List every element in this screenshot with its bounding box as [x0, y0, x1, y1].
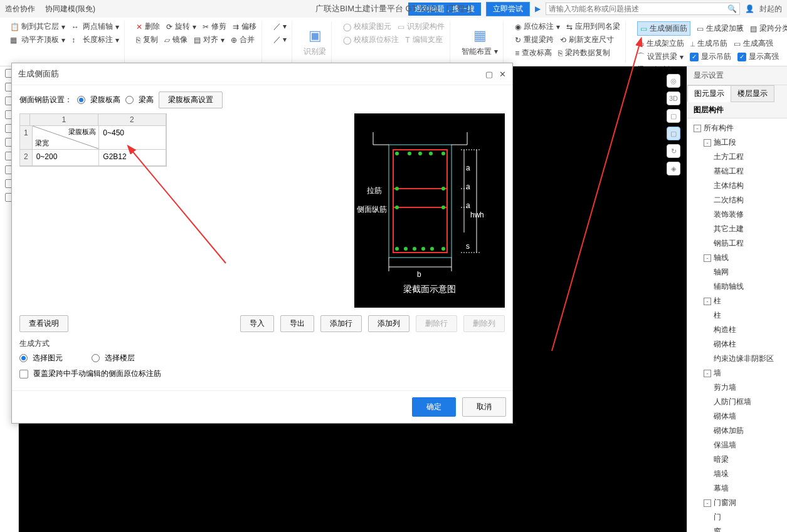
span-data-copy[interactable]: ⎘梁跨数据复制 [558, 48, 610, 58]
gen-frame-rebar[interactable]: ▭生成架立筋 [637, 38, 684, 49]
svg-point-17 [441, 206, 445, 209]
length-annotation[interactable]: ↕长度标注 ▾ [71, 34, 119, 45]
gen-side-rebar[interactable]: ▭生成侧面筋 [637, 21, 690, 36]
tree-item[interactable]: 砌体柱 [687, 337, 787, 352]
smart-layout-icon[interactable]: ▦ [473, 28, 487, 44]
add-row-button[interactable]: 添加行 [320, 315, 362, 332]
view-3d-icon[interactable]: 3D [667, 91, 680, 105]
re-extract-span[interactable]: ↻重提梁跨 [515, 34, 554, 45]
tree-item[interactable]: 墙垛 [687, 467, 787, 481]
tree-item[interactable]: 基础工程 [687, 164, 787, 179]
tree-item[interactable]: 构造柱 [687, 323, 787, 337]
view-top-icon[interactable]: ▢ [667, 109, 680, 123]
tree-item[interactable]: 剪力墙 [687, 380, 787, 395]
tree-item[interactable]: 人防门框墙 [687, 395, 787, 409]
tree-item[interactable]: 柱 [687, 308, 787, 323]
apply-same-beam[interactable]: ⇆应用到同名梁 [566, 21, 620, 32]
two-point-aux-axis[interactable]: ↔两点辅轴 ▾ [71, 21, 119, 32]
tree-item[interactable]: 轴网 [687, 265, 787, 279]
gen-beam-haunch[interactable]: ▭生成梁加腋 [697, 23, 744, 34]
copy-button[interactable]: ⎘复制 [136, 34, 158, 45]
import-button[interactable]: 导入 [240, 315, 274, 332]
tree-item[interactable]: 窗 [687, 524, 787, 532]
copy-to-floor[interactable]: 📋制到其它层 ▾ [10, 21, 65, 32]
show-high-strength[interactable]: ✓显示高强 [737, 51, 779, 62]
tree-item[interactable]: 钢筋工程 [687, 236, 787, 251]
gen-high-strength[interactable]: ▭生成高强 [734, 38, 773, 49]
tree-item[interactable]: 幕墙 [687, 481, 787, 496]
tree-item[interactable]: 砌体加筋 [687, 424, 787, 438]
cell-r2c1[interactable]: 0~200 [33, 150, 100, 166]
overwrite-checkbox[interactable] [19, 370, 28, 378]
tree-item[interactable]: -门窗洞 [687, 496, 787, 510]
tab-floor-display[interactable]: 楼层显示 [731, 85, 774, 102]
tree-item[interactable]: -所有构件 [687, 121, 787, 135]
tree-item[interactable]: 主体结构 [687, 179, 787, 193]
tree-item[interactable]: 砌体墙 [687, 409, 787, 424]
radio-beam-height[interactable] [125, 96, 134, 104]
mirror-button[interactable]: ▱镜像 [164, 34, 188, 45]
line-tool-2[interactable]: ／ ▾ [273, 34, 287, 45]
offset-button[interactable]: ⇉偏移 [233, 21, 256, 32]
search-icon[interactable]: 🔍 [727, 4, 737, 13]
tree-item[interactable]: 门 [687, 510, 787, 524]
view-compass-icon[interactable]: ◎ [667, 74, 680, 88]
readme-button[interactable]: 查看说明 [19, 315, 68, 332]
tree-item[interactable]: 装饰装修 [687, 207, 787, 222]
line-tool[interactable]: ／ ▾ [273, 21, 287, 32]
add-col-button[interactable]: 添加列 [368, 315, 409, 332]
ok-button[interactable]: 确定 [412, 397, 456, 417]
tree-item[interactable]: 保温墙 [687, 438, 787, 452]
align-button[interactable]: ▤对齐 ▾ [194, 34, 224, 45]
tree-item[interactable]: 土方工程 [687, 150, 787, 164]
svg-point-9 [395, 152, 399, 155]
smart-layout[interactable]: 智能布置 ▾ [462, 46, 498, 57]
delete-button[interactable]: ✕删除 [136, 21, 160, 32]
origin-annot[interactable]: ◉原位标注 ▾ [515, 21, 560, 32]
search-box[interactable]: 🔍 [546, 3, 740, 15]
beam-span-classify[interactable]: ▤梁跨分类 [750, 23, 787, 34]
check-elevation[interactable]: ≡查改标高 [515, 48, 552, 58]
view-persp-icon[interactable]: ▢ [667, 127, 680, 140]
view-rotate-icon[interactable]: ↻ [667, 144, 680, 158]
tree-item[interactable]: 二次结构 [687, 193, 787, 207]
tree-item[interactable]: -轴线 [687, 251, 787, 265]
tree-item[interactable]: -柱 [687, 294, 787, 308]
show-hanger-rebar[interactable]: ✓显示吊筋 [690, 51, 731, 62]
rebar-grid[interactable]: 1 2 1 梁腹板高 梁宽 0~450 2 0~200 [19, 113, 167, 167]
cancel-button[interactable]: 取消 [462, 397, 506, 417]
tree-item[interactable]: 暗梁 [687, 452, 787, 467]
rotate-button[interactable]: ⟳旋转 ▾ [166, 21, 196, 32]
svg-point-14 [395, 187, 399, 190]
auto-align-top[interactable]: ▦动平齐顶板 ▾ [10, 34, 65, 45]
search-input[interactable] [549, 4, 727, 13]
try-now-button[interactable]: 立即尝试 [486, 2, 530, 16]
web-height-settings-button[interactable]: 梁腹板高设置 [159, 91, 223, 108]
menu-pricing[interactable]: 造价协作 [5, 4, 35, 14]
menu-modeling[interactable]: 协同建模(限免) [45, 4, 95, 14]
tree-item[interactable]: -墙 [687, 366, 787, 380]
merge-button[interactable]: ⊕合并 [231, 34, 255, 45]
tree-item[interactable]: 其它土建 [687, 222, 787, 236]
tree-item[interactable]: -施工段 [687, 135, 787, 150]
maximize-icon[interactable]: ▢ [485, 70, 493, 79]
cell-r1c2[interactable]: 0~450 [99, 126, 166, 150]
trim-button[interactable]: ✂修剪 [203, 21, 226, 32]
refresh-support-dim[interactable]: ⟲刷新支座尺寸 [560, 34, 614, 45]
gen-hanger-rebar[interactable]: ⟂生成吊筋 [690, 38, 727, 49]
tree-item[interactable]: 约束边缘非阴影区 [687, 352, 787, 366]
tab-element-display[interactable]: 图元显示 [687, 85, 731, 102]
close-icon[interactable]: ✕ [499, 70, 506, 79]
radio-select-element[interactable] [19, 354, 28, 362]
radio-web-height[interactable] [77, 96, 85, 104]
cell-r2c2[interactable]: G2B12 [99, 150, 166, 166]
tree-item[interactable]: 辅助轴线 [687, 279, 787, 294]
identify-beam-icon[interactable]: ▣ [309, 28, 322, 44]
layer-tree[interactable]: -所有构件-施工段土方工程基础工程主体结构二次结构装饰装修其它土建钢筋工程-轴线… [687, 118, 787, 532]
view-iso-icon[interactable]: ◈ [667, 162, 680, 175]
svg-point-10 [408, 152, 411, 155]
radio-select-floor[interactable] [92, 354, 100, 362]
set-arch-beam[interactable]: ⌒设置拱梁 ▾ [637, 51, 684, 62]
user-icon[interactable]: 👤 [745, 4, 754, 13]
export-button[interactable]: 导出 [280, 315, 314, 332]
